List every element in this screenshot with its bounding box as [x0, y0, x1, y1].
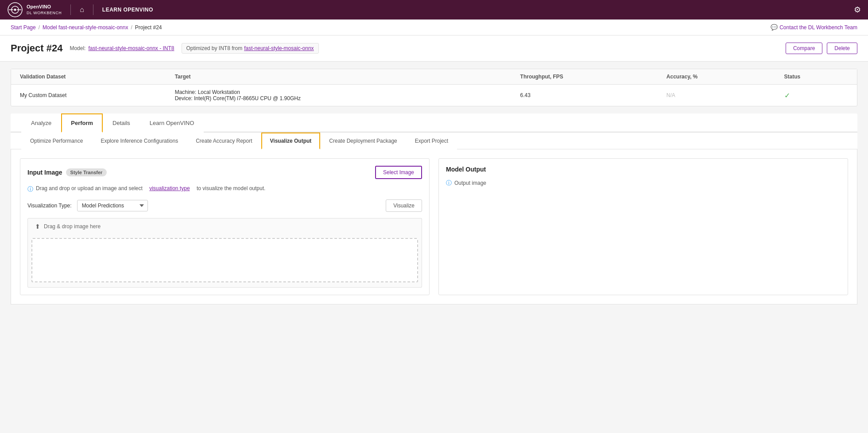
drop-zone-header: ⬆ Drag & drop image here [27, 218, 422, 234]
tab-accuracy-report[interactable]: Create Accuracy Report [187, 133, 261, 149]
cell-dataset: My Custom Dataset [11, 85, 166, 106]
cell-target: Machine: Local Workstation Device: Intel… [166, 85, 512, 106]
status-check-icon: ✓ [784, 92, 790, 99]
output-title-text: Model Output [446, 166, 486, 173]
col-status: Status [775, 69, 857, 85]
breadcrumb-start-page[interactable]: Start Page [11, 24, 36, 31]
target-device: Device: Intel(R) Core(TM) i7-8665U CPU @… [175, 95, 503, 101]
breadcrumb-sep1: / [39, 24, 40, 31]
vis-type-row: Visualization Type: Model Predictions Sa… [27, 199, 422, 212]
cell-status: ✓ [775, 85, 857, 106]
tab-visualize-output[interactable]: Visualize Output [261, 133, 321, 149]
nav-divider [70, 4, 71, 15]
vis-type-label: Visualization Type: [27, 203, 72, 209]
header-actions: Compare Delete [786, 43, 857, 54]
output-panel-title: Model Output [446, 166, 486, 173]
metrics-table: Validation Dataset Target Throughput, FP… [11, 69, 857, 106]
info-text-start: Drag and drop or upload an image and sel… [36, 185, 143, 191]
svg-point-4 [14, 9, 16, 11]
image-placeholder[interactable] [31, 238, 418, 282]
input-title-text: Input Image [27, 169, 62, 176]
visualization-type-select[interactable]: Model Predictions Saliency Map Feature M… [77, 200, 148, 211]
visualization-type-link[interactable]: visualization type [149, 185, 190, 191]
style-transfer-badge: Style Transfer [66, 168, 107, 176]
contact-team-link[interactable]: 💬 Contact the DL Workbench Team [771, 24, 857, 31]
breadcrumb-model-link[interactable]: Model fast-neural-style-mosaic-onnx [43, 24, 128, 31]
comment-icon: 💬 [771, 24, 778, 31]
tab-details[interactable]: Details [103, 113, 140, 133]
drop-zone-body[interactable] [27, 234, 422, 288]
tab-export-project[interactable]: Export Project [406, 133, 457, 149]
col-target: Target [166, 69, 512, 85]
tab-analyze[interactable]: Analyze [21, 113, 61, 133]
contact-team-label[interactable]: Contact the DL Workbench Team [779, 24, 857, 31]
top-nav: OpenVINODL WORKBENCH ⌂ LEARN OPENVINO ⚙ [0, 0, 868, 20]
input-panel: Input Image Style Transfer Select Image … [20, 158, 430, 295]
model-info: Model: fast-neural-style-mosaic-onnx - I… [70, 45, 174, 51]
output-panel-header: Model Output [446, 166, 841, 173]
drop-zone-label: Drag & drop image here [44, 223, 101, 230]
home-icon[interactable]: ⌂ [80, 6, 84, 14]
table-row: My Custom Dataset Machine: Local Worksta… [11, 85, 857, 106]
tab-optimize-performance[interactable]: Optimize Performance [21, 133, 92, 149]
settings-icon[interactable]: ⚙ [854, 5, 861, 15]
target-machine: Machine: Local Workstation [175, 89, 503, 95]
col-accuracy: Accuracy, % [658, 69, 775, 85]
col-dataset: Validation Dataset [11, 69, 166, 85]
input-panel-title: Input Image Style Transfer [27, 168, 107, 176]
tab-learn-openvino[interactable]: Learn OpenVINO [140, 113, 204, 133]
model-name-link[interactable]: fast-neural-style-mosaic-onnx - INT8 [88, 45, 174, 51]
compare-button[interactable]: Compare [786, 43, 822, 54]
optimized-label: Optimized by INT8 from [186, 45, 243, 51]
tabs-primary: Analyze Perform Details Learn OpenVINO [11, 113, 857, 133]
col-throughput: Throughput, FPS [512, 69, 658, 85]
info-circle-icon: ⓘ [27, 185, 33, 193]
metrics-section: Validation Dataset Target Throughput, FP… [11, 69, 857, 106]
output-info: ⓘ Output image [446, 179, 841, 187]
upload-icon: ⬆ [35, 223, 40, 230]
tab-create-deployment[interactable]: Create Deployment Package [320, 133, 406, 149]
optimized-info: Optimized by INT8 from fast-neural-style… [182, 43, 319, 54]
page-title: Project #24 [11, 43, 62, 54]
info-text-end: to visualize the model output. [197, 185, 265, 191]
visualize-button[interactable]: Visualize [386, 199, 422, 212]
logo: OpenVINODL WORKBENCH [7, 2, 62, 18]
visualize-layout: Input Image Style Transfer Select Image … [20, 158, 848, 295]
optimized-from-link[interactable]: fast-neural-style-mosaic-onnx [244, 45, 314, 51]
delete-button[interactable]: Delete [827, 43, 857, 54]
output-info-text: Output image [454, 180, 486, 186]
breadcrumb-current: Project #24 [135, 24, 162, 31]
openvino-logo-icon [7, 2, 23, 18]
tab-perform[interactable]: Perform [61, 113, 103, 133]
tab-explore-inference[interactable]: Explore Inference Configurations [92, 133, 187, 149]
nav-divider2 [93, 4, 93, 15]
breadcrumb-sep2: / [131, 24, 132, 31]
learn-openvino-link[interactable]: LEARN OPENVINO [102, 7, 153, 13]
tabs-secondary: Optimize Performance Explore Inference C… [11, 133, 857, 149]
select-image-button[interactable]: Select Image [375, 166, 422, 179]
output-info-icon: ⓘ [446, 179, 452, 187]
model-label: Model: [70, 45, 85, 51]
page-header: Project #24 Model: fast-neural-style-mos… [0, 35, 868, 62]
breadcrumb: Start Page / Model fast-neural-style-mos… [0, 20, 868, 35]
output-panel: Model Output ⓘ Output image [438, 158, 848, 295]
info-text: ⓘ Drag and drop or upload an image and s… [27, 185, 422, 193]
content-area: Input Image Style Transfer Select Image … [11, 149, 857, 304]
input-panel-header: Input Image Style Transfer Select Image [27, 166, 422, 179]
cell-accuracy: N/A [658, 85, 775, 106]
cell-throughput: 6.43 [512, 85, 658, 106]
